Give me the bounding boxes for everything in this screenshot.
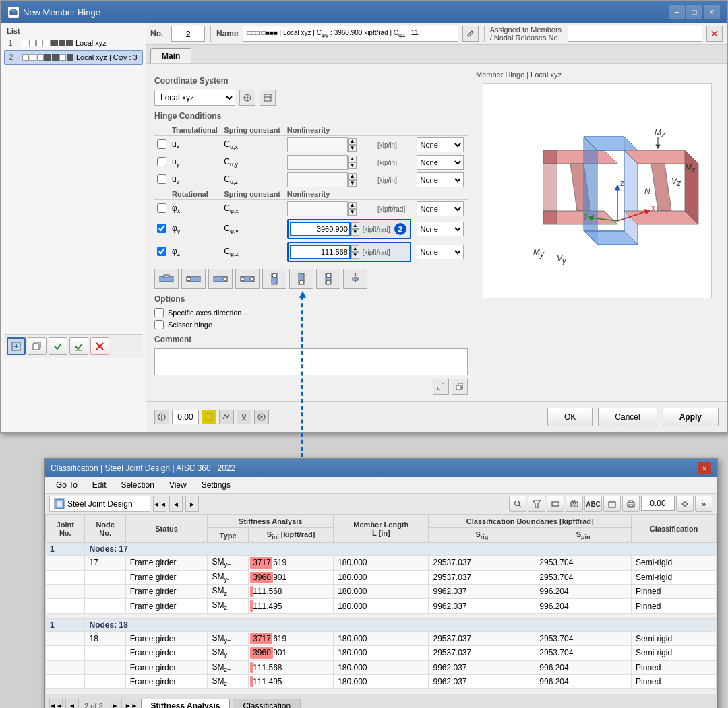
tab-next-btn[interactable]: ► xyxy=(109,699,122,708)
scissor-hinge-checkbox[interactable] xyxy=(154,320,164,329)
status-btn-4[interactable] xyxy=(237,410,251,424)
menu-view[interactable]: View xyxy=(162,478,193,492)
nav-prev-prev[interactable]: ◄◄ xyxy=(153,496,166,512)
copy-item-button[interactable] xyxy=(28,337,47,355)
tb-settings[interactable] xyxy=(676,496,694,512)
tb-expand[interactable]: » xyxy=(695,496,712,512)
phiy-up[interactable]: ▲ xyxy=(351,222,359,229)
coord-icon-btn1[interactable] xyxy=(239,90,255,106)
uz-nonlin[interactable]: None xyxy=(417,172,464,187)
preset-4[interactable] xyxy=(235,269,260,289)
status-btn-1[interactable] xyxy=(154,410,169,424)
tb-abc[interactable]: ABC xyxy=(584,496,602,512)
apply-button[interactable]: Apply xyxy=(663,408,719,426)
tb-filter[interactable] xyxy=(528,496,545,512)
edit-name-button[interactable] xyxy=(462,26,479,42)
uy-unit: [kip/in] xyxy=(377,159,397,166)
comment-copy-btn[interactable] xyxy=(452,379,468,395)
tab-prev-btn[interactable]: ◄ xyxy=(65,699,79,708)
uy-down[interactable]: ▼ xyxy=(348,162,357,169)
table-row: uz Cu,z ▲▼ [kip/in] None xyxy=(154,171,468,189)
list-item-2[interactable]: 2 Local xyz | Cφy : 3 xyxy=(4,50,143,65)
preset-8[interactable] xyxy=(343,269,367,289)
new-item-button[interactable] xyxy=(7,337,26,355)
uz-input[interactable] xyxy=(287,172,348,187)
coord-select[interactable]: Local xyz xyxy=(154,90,235,106)
cancel-button[interactable]: Cancel xyxy=(598,408,657,426)
sub-close-button[interactable]: × xyxy=(698,462,711,474)
icon-sq xyxy=(22,54,29,61)
status-btn-5[interactable] xyxy=(254,410,269,424)
svg-point-92 xyxy=(683,502,687,506)
tb-camera[interactable] xyxy=(566,496,583,512)
nav-prev[interactable]: ◄ xyxy=(169,496,183,512)
tab-last-btn[interactable]: ►► xyxy=(125,699,138,708)
preset-7[interactable] xyxy=(316,269,340,289)
ux-down[interactable]: ▼ xyxy=(348,145,357,152)
menu-settings[interactable]: Settings xyxy=(195,478,237,492)
preset-1[interactable] xyxy=(154,269,179,289)
check-button[interactable] xyxy=(49,337,67,355)
close-button[interactable]: × xyxy=(704,5,720,19)
phiz-down[interactable]: ▼ xyxy=(351,252,359,259)
comment-input[interactable] xyxy=(154,348,468,375)
uz-up[interactable]: ▲ xyxy=(348,173,357,180)
list-item-1[interactable]: 1 Local xyz xyxy=(4,36,143,50)
tb-print[interactable] xyxy=(622,496,640,512)
phix-checkbox[interactable] xyxy=(157,203,166,213)
phix-nonlin[interactable]: None xyxy=(417,201,464,216)
tab-first-btn[interactable]: ◄◄ xyxy=(49,699,63,708)
status-btn-2[interactable] xyxy=(202,410,216,424)
icon-check xyxy=(66,40,73,46)
phiz-spin: ▲ ▼ xyxy=(290,245,360,259)
phiy-down[interactable]: ▼ xyxy=(351,229,359,236)
menu-edit[interactable]: Edit xyxy=(86,478,113,492)
preset-2[interactable] xyxy=(181,269,206,289)
phiy-input[interactable] xyxy=(290,222,351,236)
menu-goto[interactable]: Go To xyxy=(49,478,84,492)
status-btn-3[interactable] xyxy=(219,410,234,424)
phix-up[interactable]: ▲ xyxy=(348,202,357,209)
toolbar-right-btns: ABC 0.00 » xyxy=(509,496,712,512)
tab-main[interactable]: Main xyxy=(150,48,191,63)
tb-export[interactable] xyxy=(603,496,621,512)
preset-5[interactable] xyxy=(262,269,286,289)
sub-tab-stiffness[interactable]: Stiffness Analysis xyxy=(141,699,231,708)
delete-assigned-button[interactable] xyxy=(706,26,723,42)
ok-button[interactable]: OK xyxy=(547,408,593,426)
phix-input[interactable] xyxy=(287,201,348,216)
ux-checkbox[interactable] xyxy=(157,139,166,149)
phiz-checkbox[interactable] xyxy=(157,247,166,256)
phiz-up[interactable]: ▲ xyxy=(351,245,359,252)
tb-zoom[interactable] xyxy=(547,496,564,512)
phiy-checkbox[interactable] xyxy=(157,224,166,233)
preset-3[interactable] xyxy=(208,269,233,289)
menu-selection[interactable]: Selection xyxy=(115,478,161,492)
ux-nonlin[interactable]: None xyxy=(417,137,464,152)
specific-axes-label: Specific axes direction... xyxy=(168,309,248,317)
uz-checkbox[interactable] xyxy=(157,174,166,184)
phix-down[interactable]: ▼ xyxy=(348,209,357,216)
nav-next[interactable]: ► xyxy=(185,496,199,512)
uz-down[interactable]: ▼ xyxy=(348,180,357,187)
maximize-button[interactable]: □ xyxy=(686,5,702,19)
uy-nonlin[interactable]: None xyxy=(417,155,464,170)
uy-checkbox[interactable] xyxy=(157,157,166,166)
phiy-nonlin[interactable]: None xyxy=(417,222,464,236)
specific-axes-checkbox[interactable] xyxy=(154,308,164,317)
comment-expand-btn[interactable] xyxy=(433,379,449,395)
phiz-input[interactable] xyxy=(290,245,351,259)
delete-button[interactable] xyxy=(90,337,109,355)
preset-6[interactable] xyxy=(289,269,313,289)
icon-sq xyxy=(36,40,43,46)
ux-input[interactable] xyxy=(287,137,348,152)
ux-up[interactable]: ▲ xyxy=(348,138,357,145)
uy-up[interactable]: ▲ xyxy=(348,156,357,162)
uy-input[interactable] xyxy=(287,155,348,170)
coord-icon-btn2[interactable] xyxy=(260,90,276,106)
phiz-nonlin[interactable]: None xyxy=(417,245,464,259)
tb-search[interactable] xyxy=(509,496,526,512)
sub-tab-classification[interactable]: Classification xyxy=(233,699,301,708)
minimize-button[interactable]: – xyxy=(669,5,685,19)
check2-button[interactable] xyxy=(69,337,88,355)
